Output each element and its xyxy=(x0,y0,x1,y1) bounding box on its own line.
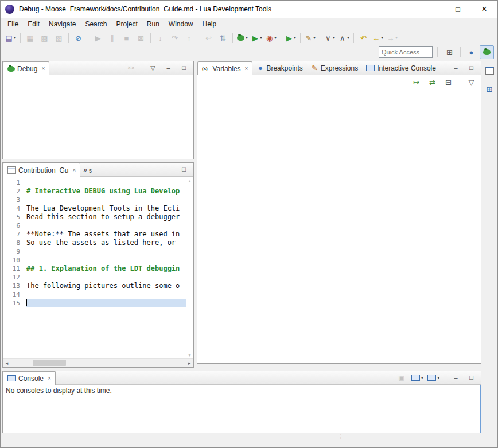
debug-tree[interactable] xyxy=(3,75,193,159)
save-button[interactable]: ▦ xyxy=(23,31,37,45)
code-line[interactable]: The Lua Development Tools in the Ecli xyxy=(26,204,186,213)
minimize-button[interactable]: – xyxy=(161,63,176,74)
maximize-button[interactable]: □ xyxy=(464,372,478,384)
remove-terminated-button[interactable]: ×× xyxy=(124,63,138,74)
code-line[interactable] xyxy=(26,196,186,204)
minimize-button[interactable]: – xyxy=(449,372,463,384)
minimized-views-button[interactable]: ⊞ xyxy=(483,82,497,96)
link-with-editor-button[interactable]: ⇄ xyxy=(425,75,439,89)
menu-navigate[interactable]: Navigate xyxy=(44,19,80,29)
restore-minimized-stack-button[interactable] xyxy=(483,64,497,77)
editor-tab-overflow[interactable]: » 5 xyxy=(80,163,95,176)
menu-run[interactable]: Run xyxy=(142,19,164,29)
code-line[interactable]: So use the assets as listed here, or xyxy=(26,239,186,247)
variables-tree[interactable] xyxy=(197,89,481,363)
new-button[interactable]: ▤▾ xyxy=(3,31,18,45)
code-line[interactable]: **Note:** The assets that are used in xyxy=(26,230,186,239)
skip-all-breakpoints-button[interactable]: ⊘ xyxy=(71,31,85,45)
close-icon[interactable]: × xyxy=(48,375,51,381)
window-close-button[interactable]: × xyxy=(471,1,497,18)
window-maximize-button[interactable]: □ xyxy=(445,1,471,18)
menu-file[interactable]: File xyxy=(3,19,23,29)
code-area[interactable]: # Interactive DEBUG using Lua DevelopThe… xyxy=(26,178,186,358)
debug-view: Debug × ××▽–□ xyxy=(2,61,194,159)
resume-button[interactable]: ▶ xyxy=(91,31,105,45)
menu-window[interactable]: Window xyxy=(164,19,198,29)
quick-access-input[interactable] xyxy=(379,46,433,58)
previous-annotation-button[interactable]: ∧▾ xyxy=(337,31,351,45)
display-console-button[interactable]: ▾ xyxy=(410,372,425,384)
show-logical-structure-button[interactable]: ↦ xyxy=(409,75,423,89)
vertical-scrollbar[interactable]: ▴ ▾ xyxy=(186,178,193,358)
open-console-button[interactable]: ▾ xyxy=(426,372,441,384)
suspend-button[interactable]: ∥ xyxy=(105,31,119,45)
menu-help[interactable]: Help xyxy=(198,19,221,29)
tab-variables[interactable]: (x)=Variables× xyxy=(197,61,252,75)
code-line[interactable]: # Interactive DEBUG using Lua Develop xyxy=(26,187,186,196)
menu-project[interactable]: Project xyxy=(111,19,142,29)
back-button[interactable]: ←▾ xyxy=(371,31,385,45)
title-bar[interactable]: Debug - Moose_Framework/docs/Contributio… xyxy=(1,1,497,18)
print-button[interactable]: ▧ xyxy=(52,31,66,45)
save-all-button[interactable]: ▩ xyxy=(37,31,52,45)
view-menu-button[interactable]: ▽ xyxy=(464,75,478,89)
debug-perspective-button[interactable] xyxy=(480,45,494,59)
code-line[interactable] xyxy=(26,247,186,256)
drop-to-frame-button[interactable]: ↩ xyxy=(201,31,216,45)
last-edit-location-button[interactable]: ↶ xyxy=(356,31,371,45)
minimize-button[interactable]: – xyxy=(161,164,176,176)
terminate-button[interactable]: ■ xyxy=(119,31,134,45)
open-perspective-button[interactable]: ⊞ xyxy=(442,45,457,59)
close-icon[interactable]: × xyxy=(72,167,76,173)
link-arrows-icon: ⇄ xyxy=(429,79,436,86)
scroll-down-icon[interactable]: ▾ xyxy=(188,353,190,358)
collapse-all-button[interactable]: ⊟ xyxy=(441,75,456,89)
code-line[interactable] xyxy=(26,273,186,282)
view-menu-button[interactable]: ▽ xyxy=(146,63,160,74)
pin-console-button[interactable]: ▣ xyxy=(394,372,408,384)
ldt-perspective-button[interactable]: ● xyxy=(464,45,478,59)
console-output[interactable]: No consoles to display at this time. xyxy=(3,385,481,433)
maximize-button[interactable]: □ xyxy=(177,63,191,74)
code-line[interactable] xyxy=(26,290,186,299)
scroll-up-icon[interactable]: ▴ xyxy=(188,178,190,184)
menu-search[interactable]: Search xyxy=(80,19,111,29)
sash-grip[interactable]: ⋮ xyxy=(338,434,344,440)
window-minimize-button[interactable]: – xyxy=(418,1,445,18)
debug-button[interactable]: ▾ xyxy=(235,31,250,45)
maximize-button[interactable]: □ xyxy=(464,63,478,74)
scroll-left-icon[interactable]: ◂ xyxy=(3,360,11,366)
code-line[interactable] xyxy=(26,178,186,187)
scroll-right-icon[interactable]: ▸ xyxy=(185,360,193,366)
scrollbar-thumb[interactable] xyxy=(33,360,66,366)
code-line[interactable] xyxy=(26,221,186,230)
forward-button[interactable]: →▾ xyxy=(385,31,399,45)
step-into-button[interactable]: ↓ xyxy=(153,31,168,45)
external-tools-button[interactable]: ▶▾ xyxy=(283,31,298,45)
run-button[interactable]: ▶▾ xyxy=(250,31,264,45)
use-step-filters-button[interactable]: ⇅ xyxy=(216,31,230,45)
tab-breakpoints[interactable]: ●Breakpoints xyxy=(252,61,306,75)
menu-edit[interactable]: Edit xyxy=(23,19,44,29)
tab-interactive-console[interactable]: Interactive Console xyxy=(362,61,440,75)
code-line[interactable] xyxy=(26,256,186,264)
close-icon[interactable]: × xyxy=(245,65,248,72)
code-line[interactable]: ## 1. Explanation of the LDT debuggin xyxy=(26,264,186,273)
minimize-button[interactable]: – xyxy=(449,63,463,74)
tab-debug[interactable]: Debug × xyxy=(3,61,49,75)
step-return-button[interactable]: ↑ xyxy=(182,31,196,45)
horizontal-scrollbar[interactable]: ◂ ▸ xyxy=(3,358,193,367)
tab-contribution-guide[interactable]: Contribution_Gu × xyxy=(3,163,80,177)
maximize-button[interactable]: □ xyxy=(177,164,191,176)
next-annotation-button[interactable]: ∨▾ xyxy=(322,31,337,45)
code-line[interactable]: Read this section to setup a debugger xyxy=(26,213,186,221)
coverage-button[interactable]: ◉▾ xyxy=(264,31,278,45)
disconnect-button[interactable]: ⊠ xyxy=(134,31,148,45)
code-line[interactable] xyxy=(26,299,186,307)
tab-console[interactable]: Console × xyxy=(3,371,56,385)
open-task-button[interactable]: ✎▾ xyxy=(303,31,317,45)
tab-expressions[interactable]: ✎Expressions xyxy=(307,61,362,75)
close-icon[interactable]: × xyxy=(41,65,45,72)
step-over-button[interactable]: ↷ xyxy=(168,31,182,45)
code-line[interactable]: The following pictures outline some o xyxy=(26,282,186,290)
